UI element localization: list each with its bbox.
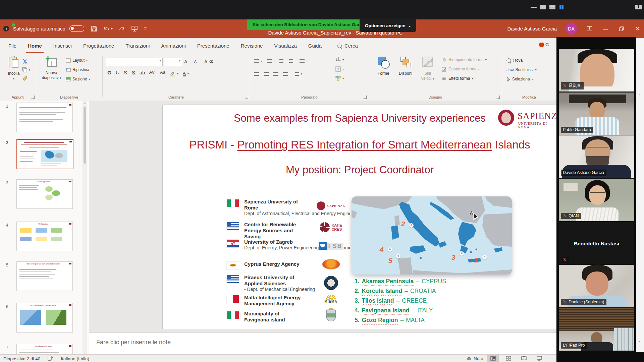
columns-button[interactable]: ▾ — [295, 70, 302, 77]
scroll-up-icon[interactable]: ▲ — [84, 102, 86, 105]
participant-tile-active-speaker[interactable]: Davide Astiaso Garcia — [559, 135, 634, 178]
slide-counter[interactable]: Diapositiva 2 di 40 — [3, 356, 40, 361]
zoom-out-button[interactable]: — — [549, 356, 554, 361]
restore-button[interactable] — [618, 25, 625, 32]
tab-revisione[interactable]: Revisione — [235, 38, 269, 54]
account-name[interactable]: Davide Astiaso Garcia — [507, 26, 557, 32]
autosave-toggle[interactable] — [69, 25, 84, 32]
share-button-partial[interactable]: C — [539, 42, 549, 47]
participant-tile[interactable]: QIAN — [559, 179, 634, 221]
shapes-button[interactable]: Forme — [373, 56, 394, 76]
line-spacing-button[interactable]: ▾ — [300, 58, 308, 64]
accessibility-icon[interactable] — [48, 356, 53, 362]
participant-tile[interactable]: LY iPad Pro — [559, 308, 634, 351]
participant-tile[interactable]: 吕岚春 — [559, 49, 634, 92]
customize-toolbar-icon[interactable]: ⌄ — [144, 27, 147, 31]
quick-styles-button[interactable]: Stiliveloci ▾ — [417, 56, 438, 81]
slide-sorter-view-button[interactable] — [503, 355, 514, 362]
strikethrough-button[interactable]: ab — [138, 70, 146, 75]
find-button[interactable]: Trova — [506, 57, 523, 64]
bold-button[interactable]: G — [106, 70, 113, 75]
font-size-combo[interactable] — [164, 58, 182, 66]
increase-indent-button[interactable] — [289, 58, 293, 64]
tab-visualizza[interactable]: Visualizza — [269, 38, 303, 54]
carattere-dialog-launcher[interactable] — [245, 96, 248, 99]
reading-view-button[interactable] — [518, 355, 530, 362]
minimize-button[interactable]: — — [602, 25, 609, 32]
format-painter-button[interactable] — [22, 75, 28, 82]
clear-formatting-button[interactable]: A⌫ — [204, 58, 213, 65]
change-case-button[interactable]: Aa — [158, 70, 167, 75]
character-spacing-button[interactable]: AV — [148, 70, 156, 75]
align-right-button[interactable] — [273, 70, 278, 77]
underline-button[interactable]: S — [122, 70, 129, 75]
tab-progettazione[interactable]: Progettazione — [77, 38, 120, 54]
tab-file[interactable]: File — [3, 38, 22, 54]
notes-pane[interactable]: Fare clic per inserire le note — [89, 333, 556, 355]
new-slide-button[interactable]: Nuovadiapositiva — [41, 56, 62, 80]
decrease-indent-button[interactable] — [279, 58, 283, 64]
justify-button[interactable] — [283, 70, 288, 77]
align-center-button[interactable] — [264, 70, 269, 77]
scroll-up-chevron[interactable]: ⌃ — [638, 94, 641, 98]
slide-canvas[interactable]: Some examples from Sapienza University e… — [162, 105, 557, 329]
ribbon-display-options-icon[interactable] — [586, 25, 593, 32]
slide-title[interactable]: Some examples from Sapienza University e… — [163, 112, 557, 124]
close-button[interactable]: ✕ — [634, 25, 641, 32]
redo-button[interactable] — [118, 26, 125, 32]
numbering-button[interactable]: ▾ — [267, 58, 275, 64]
slide-thumbnail-1[interactable] — [16, 103, 73, 132]
notes-toggle-button[interactable]: Note — [467, 356, 483, 361]
speaker-view-icon[interactable] — [540, 5, 546, 9]
tab-guida[interactable]: Guida — [303, 38, 327, 54]
shape-fill-button[interactable]: Riempimento forma▾ — [441, 56, 487, 63]
shape-outline-button[interactable]: Contorno forma▾ — [441, 66, 479, 72]
layout-button[interactable]: Layout▾ — [66, 57, 88, 64]
select-button[interactable]: Seleziona▾ — [506, 76, 533, 82]
slide-thumbnail-7[interactable]: Wind Power Calculator — [16, 344, 73, 354]
participant-tile[interactable]: Pablo Gándara — [559, 93, 634, 135]
grid-view-icon[interactable] — [559, 5, 564, 9]
font-color-button[interactable]: A▾ — [183, 70, 189, 77]
italic-button[interactable]: C — [114, 70, 121, 75]
text-shadow-button[interactable]: S — [130, 70, 137, 75]
slide-thumbnail-4[interactable]: Methodology — [16, 222, 73, 251]
shrink-font-button[interactable]: Aˇ — [194, 58, 199, 65]
arrange-button[interactable]: Disponi — [395, 56, 416, 76]
notes-placeholder[interactable]: Fare clic per inserire le note — [96, 339, 171, 346]
highlight-color-button[interactable]: ▾ — [170, 70, 178, 77]
undo-button[interactable]: ▾ — [103, 26, 112, 32]
paragrafo-dialog-launcher[interactable] — [363, 96, 367, 99]
paste-button[interactable]: Incolla▾ — [3, 56, 24, 81]
gallery-strip-icon[interactable] — [549, 5, 555, 9]
exit-minimized-view-icon[interactable] — [635, 5, 642, 9]
section-button[interactable]: Sezione▾ — [66, 76, 90, 82]
replace-button[interactable]: ab⇄ Sostituisci▾ — [506, 66, 537, 73]
language-indicator[interactable]: Italiano (Italia) — [61, 356, 89, 361]
slide-position-line[interactable]: My position: Project Coordinator — [163, 164, 557, 176]
tab-presentazione[interactable]: Presentazione — [192, 38, 235, 54]
appunti-dialog-launcher[interactable] — [31, 96, 35, 99]
scroll-down-chevron[interactable]: ⌄ — [638, 339, 641, 343]
thumbnail-scrollbar[interactable]: ▲ — [83, 101, 87, 354]
share-options-button[interactable]: Optionen anzeigen⌄ — [360, 19, 416, 32]
slide-thumbnail-6[interactable]: GIS database and Thematic Maps — [16, 303, 73, 333]
slide-thumbnail-3[interactable]: Overall objectives — [16, 179, 73, 209]
tab-inserisci[interactable]: Inserisci — [48, 38, 77, 54]
slide-thumbnail-2-selected[interactable] — [16, 139, 73, 169]
scroll-down-chevron[interactable]: ⌄ — [638, 344, 641, 348]
tab-transizioni[interactable]: Transizioni — [120, 38, 155, 54]
minimize-strip-icon[interactable] — [531, 7, 537, 8]
participant-tile-camera-off[interactable]: Benedetto Nastasi — [559, 222, 634, 265]
normal-view-button[interactable] — [487, 355, 499, 362]
start-slideshow-icon[interactable] — [131, 25, 138, 32]
disegno-dialog-launcher[interactable] — [496, 96, 500, 99]
tab-animazioni[interactable]: Animazioni — [155, 38, 191, 54]
reset-slide-button[interactable]: Ripristina — [66, 66, 89, 73]
participants-scrollbar[interactable]: ⌃ ⌄ ⌄ — [636, 38, 644, 352]
info-icon[interactable]: i — [3, 26, 9, 32]
align-left-button[interactable] — [254, 70, 259, 77]
avatar[interactable]: DA — [566, 23, 577, 35]
align-text-button[interactable]: ▾ — [335, 66, 344, 72]
font-name-combo[interactable] — [106, 58, 163, 66]
